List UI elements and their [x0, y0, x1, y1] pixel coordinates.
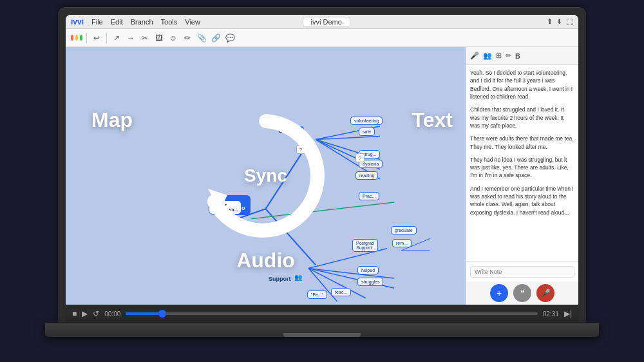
svg-line-1: [266, 209, 316, 265]
struggles-node: struggles: [357, 278, 383, 286]
mic-icon[interactable]: 🎤: [470, 52, 479, 60]
people-icon: 👥: [294, 274, 302, 281]
toolbar: ↩ ↗ → ✂ 🖼 ☺ ✏ 📎 🔗 💬: [66, 29, 578, 47]
class-node[interactable]: Class: [278, 128, 294, 134]
time-start: 00:00: [104, 310, 120, 318]
bold-icon[interactable]: B: [515, 52, 520, 60]
comment-icon[interactable]: 💬: [224, 32, 236, 44]
menu-items: File Edit Branch Tools View: [91, 18, 200, 26]
prac-node: Prac...: [359, 192, 379, 200]
bottom-bar: ■ ▶ ↺ 00:00 02:31 ▶|: [66, 305, 578, 323]
text-para-3: There were adults there that made me tea…: [470, 135, 574, 151]
screen-content: ivvi File Edit Branch Tools View ivvi De…: [66, 15, 578, 323]
graduate-node: graduate: [391, 226, 417, 234]
text-panel: 🎤 👥 ⊞ ✏ B Yeah. So I decided to start vo…: [466, 47, 578, 305]
app-logo: ivvi: [71, 17, 84, 26]
mindmap-svg: [66, 47, 466, 305]
menu-bar: ivvi File Edit Branch Tools View ivvi De…: [66, 15, 578, 29]
text-toolbar: 🎤 👥 ⊞ ✏ B: [466, 47, 578, 65]
text-actions: + ❝ 🎤: [466, 281, 578, 305]
smiley-icon[interactable]: ☺: [167, 32, 179, 44]
separator-2: [106, 33, 107, 43]
progress-dot: [158, 310, 166, 318]
mic-button[interactable]: 🎤: [536, 284, 554, 302]
undo-icon[interactable]: ↩: [91, 32, 102, 44]
question-1: ?: [296, 145, 305, 154]
volunteering-node: volunteering: [350, 117, 383, 125]
text-para-1: Yeah. So I decided to start volunteering…: [470, 69, 574, 100]
person-icon: 👤: [298, 126, 305, 133]
note-area: [466, 261, 578, 281]
link-icon[interactable]: 🔗: [210, 32, 222, 44]
question-2: ?: [355, 153, 365, 162]
expand-icon[interactable]: ⛶: [566, 18, 573, 26]
menu-edit[interactable]: Edit: [111, 18, 123, 26]
stop-icon[interactable]: ■: [72, 309, 77, 318]
grid-icon[interactable]: ⊞: [496, 52, 502, 60]
svg-line-8: [251, 202, 394, 219]
arrow2-icon[interactable]: →: [125, 32, 137, 44]
text-para-4: They had no idea I was struggling, but i…: [470, 156, 574, 180]
menu-file[interactable]: File: [91, 18, 103, 26]
menu-view[interactable]: View: [185, 18, 200, 26]
download-icon[interactable]: ⬇: [556, 17, 562, 26]
share-icon[interactable]: ⬆: [547, 17, 553, 26]
progress-fill: [126, 312, 158, 315]
fe-node: "Fe...": [307, 291, 327, 299]
quote-button[interactable]: ❝: [513, 284, 531, 302]
text-content: Yeah. So I decided to start volunteering…: [466, 65, 578, 261]
end-icon[interactable]: ▶|: [564, 309, 572, 318]
helped-node: helped: [357, 266, 379, 274]
menu-tools[interactable]: Tools: [161, 18, 178, 26]
note-input[interactable]: [470, 266, 574, 278]
screen-bezel: ivvi File Edit Branch Tools View ivvi De…: [66, 15, 578, 323]
window-title: ivvi Demo: [303, 17, 350, 27]
attach-icon[interactable]: 📎: [196, 32, 207, 44]
people-icon-2[interactable]: 👥: [483, 52, 492, 60]
pen-icon[interactable]: ✏: [182, 32, 193, 44]
svg-line-10: [308, 269, 394, 278]
image-icon[interactable]: 🖼: [153, 32, 165, 44]
play-icon[interactable]: ▶: [82, 309, 88, 318]
career-node[interactable]: CareerDevelopm...: [209, 200, 242, 214]
main-area: 🔵 ivvi Demo Class CareerDevelopm... Supp…: [66, 47, 578, 305]
time-end: 02:31: [543, 310, 559, 318]
replay-icon[interactable]: ↺: [93, 309, 99, 318]
teac-node: teac...: [331, 288, 351, 296]
reading-node: reading: [355, 171, 378, 180]
separator-1: [86, 33, 87, 43]
text-para-5: And I remember one particular time when …: [470, 185, 574, 216]
progress-bar[interactable]: [126, 312, 538, 315]
laptop-lid: ivvi File Edit Branch Tools View ivvi De…: [58, 7, 586, 323]
support-node[interactable]: Support: [269, 276, 291, 282]
add-button[interactable]: +: [490, 284, 508, 302]
map-panel: 🔵 ivvi Demo Class CareerDevelopm... Supp…: [66, 47, 466, 305]
menu-branch[interactable]: Branch: [131, 18, 153, 26]
arrow-icon[interactable]: ↗: [111, 32, 122, 44]
rem-node: rem...: [392, 239, 412, 247]
laptop-base: [45, 323, 599, 337]
cut-icon[interactable]: ✂: [139, 32, 151, 44]
postgrad-node: PostgradSupport: [352, 239, 378, 252]
laptop: ivvi File Edit Branch Tools View ivvi De…: [45, 7, 599, 355]
text-para-2: Children that struggled and I loved it. …: [470, 106, 574, 129]
window-controls: [71, 32, 82, 44]
edit-icon[interactable]: ✏: [506, 52, 511, 60]
safe-node: safe: [359, 128, 375, 136]
